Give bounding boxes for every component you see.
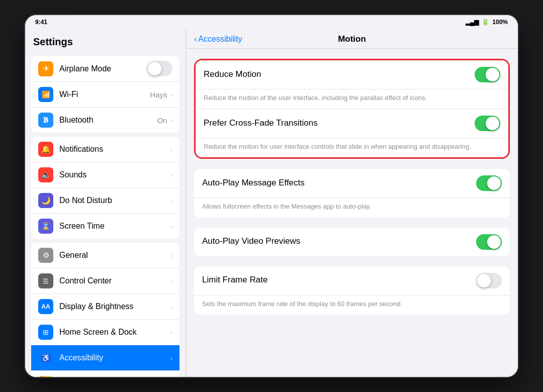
home-screen-icon-bg: ⊞ (38, 325, 53, 340)
reduce-motion-content: Reduce Motion (204, 69, 475, 80)
wifi-icon: 📶 (38, 87, 53, 102)
display-brightness-icon: AA (41, 303, 50, 310)
cross-fade-toggle[interactable] (475, 116, 500, 131)
screen-time-icon: ⌛ (41, 222, 51, 231)
home-screen-label: Home Screen & Dock (59, 328, 170, 337)
limit-frame-rate-toggle-thumb (477, 274, 491, 287)
wallpaper-icon-bg: 🌸 (38, 376, 53, 377)
reduce-motion-toggle[interactable] (475, 67, 500, 82)
sidebar-item-general[interactable]: ⚙ General › (31, 243, 179, 268)
general-chevron: › (170, 252, 172, 259)
sidebar-item-notifications[interactable]: 🔔 Notifications › (31, 137, 179, 162)
sidebar-item-sounds[interactable]: 🔈 Sounds › (31, 162, 179, 188)
notifications-chevron: › (170, 146, 172, 153)
settings-group-system-inner: ⚙ General › ☰ Control Center › (31, 243, 179, 377)
sidebar-header: Settings (25, 29, 186, 52)
sidebar-item-bluetooth[interactable]: 𝐁 Bluetooth On › (31, 108, 179, 133)
limit-frame-rate-toggle-track (476, 273, 502, 288)
accessibility-icon-bg: ♿ (38, 350, 53, 365)
sidebar: Settings ✈ Airplane Mode (25, 29, 186, 377)
auto-play-video-toggle[interactable] (476, 234, 502, 250)
control-center-icon-bg: ☰ (38, 273, 53, 288)
accessibility-label: Accessibility (59, 353, 170, 362)
do-not-disturb-icon: 🌙 (41, 196, 51, 205)
screen-time-label: Screen Time (59, 222, 170, 231)
sidebar-item-airplane-mode[interactable]: ✈ Airplane Mode (31, 56, 179, 82)
wifi-chevron: › (170, 91, 172, 99)
notifications-label: Notifications (59, 145, 170, 154)
sounds-icon: 🔈 (41, 170, 51, 179)
battery-level: 100% (492, 19, 508, 26)
sidebar-item-wallpaper[interactable]: 🌸 Wallpaper › (31, 371, 179, 377)
cross-fade-title: Prefer Cross-Fade Transitions (204, 118, 475, 128)
cross-fade-row: Prefer Cross-Fade Transitions (196, 109, 508, 138)
screen-time-chevron: › (170, 223, 172, 230)
bluetooth-label: Bluetooth (59, 116, 157, 125)
general-label: General (59, 251, 170, 260)
airplane-mode-label: Airplane Mode (59, 64, 147, 73)
auto-play-message-content: Auto-Play Message Effects (202, 178, 476, 189)
auto-play-message-toggle-track (476, 175, 502, 191)
nav-back-button[interactable]: ‹ Accessibility (194, 35, 242, 44)
main-content: ‹ Accessibility Motion Reduce Motion (186, 29, 518, 377)
limit-frame-rate-title: Limit Frame Rate (202, 275, 476, 285)
notifications-icon: 🔔 (41, 145, 51, 154)
wifi-label: Wi-Fi (59, 90, 150, 99)
accessibility-chevron: › (170, 354, 172, 362)
general-icon: ⚙ (43, 251, 49, 260)
auto-play-video-toggle-track (476, 234, 502, 250)
do-not-disturb-icon-bg: 🌙 (38, 193, 53, 208)
auto-play-video-row: Auto-Play Video Previews (194, 228, 510, 256)
reduce-motion-toggle-track (475, 67, 500, 82)
display-brightness-chevron: › (170, 303, 172, 311)
general-icon-bg: ⚙ (38, 248, 53, 263)
sidebar-item-home-screen[interactable]: ⊞ Home Screen & Dock › (31, 320, 179, 345)
auto-play-message-toggle[interactable] (476, 175, 502, 191)
sidebar-item-screen-time[interactable]: ⌛ Screen Time › (31, 214, 179, 239)
nav-back-label: Accessibility (198, 35, 242, 44)
settings-group-alerts: 🔔 Notifications › 🔈 Sounds › (25, 137, 186, 239)
sidebar-item-accessibility[interactable]: ♿ Accessibility › (31, 345, 179, 371)
bluetooth-icon-bg: 𝐁 (38, 113, 53, 128)
auto-play-message-section: Auto-Play Message Effects Allows fullscr… (194, 169, 510, 217)
sounds-chevron: › (170, 171, 172, 179)
auto-play-video-section: Auto-Play Video Previews (194, 228, 510, 256)
settings-group-alerts-inner: 🔔 Notifications › 🔈 Sounds › (31, 137, 179, 239)
sounds-icon-bg: 🔈 (38, 167, 53, 182)
sidebar-item-do-not-disturb[interactable]: 🌙 Do Not Disturb › (31, 188, 179, 214)
sidebar-title: Settings (33, 36, 73, 47)
notifications-icon-bg: 🔔 (38, 142, 53, 157)
home-screen-icon: ⊞ (43, 328, 49, 336)
control-center-icon: ☰ (43, 277, 49, 285)
bluetooth-icon: 𝐁 (43, 116, 48, 125)
airplane-mode-toggle-track (147, 61, 172, 76)
control-center-label: Control Center (59, 276, 170, 285)
airplane-mode-toggle[interactable] (147, 61, 172, 76)
sounds-label: Sounds (59, 170, 170, 179)
cross-fade-toggle-thumb (486, 117, 499, 130)
limit-frame-rate-toggle[interactable] (476, 273, 502, 288)
sidebar-item-wifi[interactable]: 📶 Wi-Fi Hays › (31, 82, 179, 108)
highlighted-motion-section: Reduce Motion Reduce the motion of the u… (194, 59, 510, 159)
airplane-mode-icon: ✈ (38, 61, 53, 76)
wifi-value: Hays (150, 90, 167, 99)
limit-frame-rate-row: Limit Frame Rate (194, 266, 510, 296)
content-body: Reduce Motion Reduce the motion of the u… (186, 49, 518, 377)
accessibility-icon: ♿ (41, 353, 51, 362)
auto-play-message-title: Auto-Play Message Effects (202, 178, 476, 188)
status-bar: 9:41 ▂▄▆ 🔋 100% (25, 15, 518, 29)
status-bar-right: ▂▄▆ 🔋 100% (466, 19, 508, 26)
sidebar-content: ✈ Airplane Mode 📶 (25, 52, 186, 377)
reduce-motion-row: Reduce Motion (196, 60, 508, 89)
display-brightness-icon-bg: AA (38, 299, 53, 314)
settings-group-system: ⚙ General › ☰ Control Center › (25, 243, 186, 377)
airplane-mode-toggle-thumb (148, 62, 161, 75)
cross-fade-content: Prefer Cross-Fade Transitions (204, 118, 475, 129)
sidebar-item-control-center[interactable]: ☰ Control Center › (31, 268, 179, 294)
auto-play-message-toggle-thumb (487, 176, 501, 190)
display-brightness-label: Display & Brightness (59, 302, 170, 311)
bluetooth-chevron: › (170, 117, 172, 124)
sidebar-item-display-brightness[interactable]: AA Display & Brightness › (31, 294, 179, 320)
reduce-motion-description: Reduce the motion of the user interface,… (196, 89, 508, 109)
do-not-disturb-chevron: › (170, 197, 172, 205)
